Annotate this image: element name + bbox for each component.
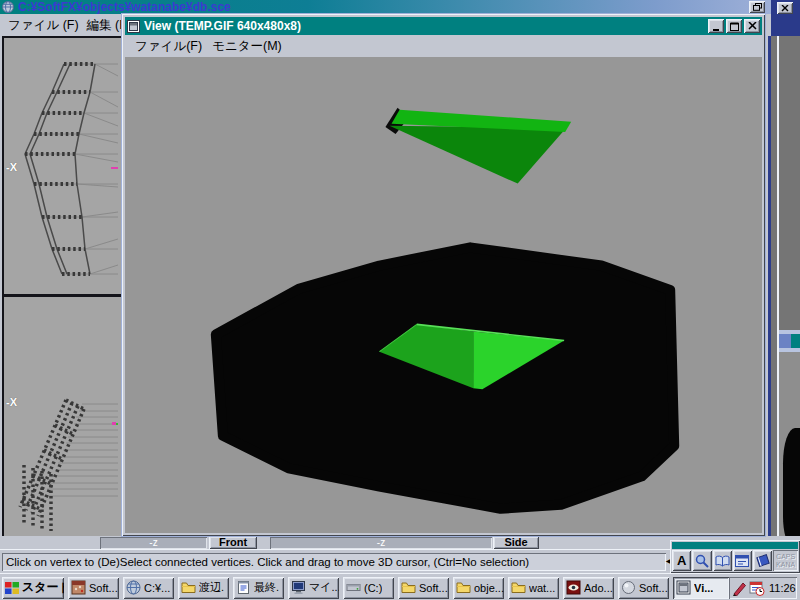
behind-window-titlebar <box>771 0 800 36</box>
folder-icon <box>456 580 471 595</box>
restore-icon <box>753 3 762 11</box>
sliver-3d-shape <box>783 428 800 546</box>
desktop: C:¥SoftFX¥objects¥watanabe¥db.sce ファイル (… <box>0 0 800 600</box>
maximize-button[interactable] <box>726 19 742 33</box>
folder-icon <box>401 580 416 595</box>
view-close-button[interactable] <box>744 19 760 33</box>
open-book-icon <box>715 555 730 567</box>
side-axis-bar[interactable]: -z <box>270 537 492 549</box>
calendar-clock-icon[interactable] <box>749 580 765 596</box>
start-label: スタート <box>22 579 64 596</box>
front-axis-z: -z <box>149 537 157 548</box>
front-3d-cursor <box>111 167 118 169</box>
taskbar-clock: 11:26 <box>769 582 796 594</box>
minimize-icon <box>712 22 721 31</box>
view-menu-monitor[interactable]: モニター(M) <box>212 38 282 55</box>
ime-help-button[interactable] <box>753 550 772 571</box>
folder-icon <box>511 580 526 595</box>
taskbar-item-my-computer[interactable]: マイ... <box>288 577 339 599</box>
view-window-title: View (TEMP.GIF 640x480x8) <box>144 19 706 33</box>
windows-logo-icon <box>5 582 19 594</box>
front-view-button[interactable]: Front <box>209 536 257 549</box>
side-axis-z: -z <box>377 537 385 548</box>
sphere-icon <box>621 580 636 595</box>
ime-caps-kana-indicator: CAPS KANA <box>773 550 798 571</box>
close-icon <box>781 5 789 12</box>
globe-icon <box>2 1 14 13</box>
taskbar-item-c-drive-window[interactable]: C:¥... <box>123 577 174 599</box>
view-window-icon <box>676 580 691 595</box>
restore-button[interactable] <box>749 1 765 13</box>
taskbar-item-watanabe2-folder[interactable]: wat... <box>508 577 559 599</box>
softfx-app-icon <box>71 580 86 595</box>
blue-book-icon <box>756 554 770 567</box>
properties-window-icon <box>735 555 749 567</box>
background-window-sliver <box>768 36 800 549</box>
system-tray: 11:26 <box>729 577 797 599</box>
ime-dictionary-button[interactable] <box>713 550 732 571</box>
ime-properties-button[interactable] <box>733 550 752 571</box>
ime-word-lookup-button[interactable] <box>692 550 711 571</box>
taskbar-item-softfx-folder[interactable]: Soft... <box>398 577 449 599</box>
taskbar-item-softfx[interactable]: Soft... <box>68 577 119 599</box>
front-axis-bar[interactable]: -z <box>100 537 207 549</box>
render-view-3d[interactable] <box>125 57 762 533</box>
minimize-button[interactable] <box>708 19 724 33</box>
main-menubar: ファイル (F) 編集 (E) <box>0 14 122 36</box>
taskbar-item-c-drive[interactable]: (C:) <box>343 577 394 599</box>
view-titlebar[interactable]: View (TEMP.GIF 640x480x8) <box>125 17 762 35</box>
front-axis-label: -X <box>6 161 17 173</box>
taskbar-item-watanabe-folder[interactable]: 渡辺. <box>178 577 229 599</box>
side-wireframe <box>4 297 118 534</box>
folder-icon <box>181 580 196 595</box>
render-scene <box>125 57 762 533</box>
main-titlebar[interactable]: C:¥SoftFX¥objects¥watanabe¥db.sce <box>0 0 771 14</box>
notepad-icon <box>236 580 251 595</box>
taskbar-item-view-active[interactable]: Vi... <box>673 577 729 599</box>
photoshop-icon <box>566 580 581 595</box>
ime-input-mode-button[interactable]: A <box>672 550 691 571</box>
status-message: Click on vertex to (De)Select connected … <box>2 553 666 571</box>
view-window: View (TEMP.GIF 640x480x8) ファイル(F) モニター <box>122 14 765 536</box>
view-menubar: ファイル(F) モニター(M) <box>125 36 762 56</box>
viewport-front[interactable]: -X <box>2 36 124 296</box>
view-window-icon <box>127 20 140 33</box>
sliver-titlebar-blue <box>779 334 791 348</box>
taskbar-item-softfx2[interactable]: Soft... <box>618 577 669 599</box>
start-button[interactable]: スタート <box>2 577 64 599</box>
caps-label: CAPS <box>773 553 798 561</box>
side-view-button[interactable]: Side <box>493 536 539 549</box>
close-button[interactable] <box>777 2 793 14</box>
view-menu-file[interactable]: ファイル(F) <box>135 38 202 55</box>
side-axis-label: -X <box>6 396 17 408</box>
menu-file[interactable]: ファイル (F) <box>8 17 79 34</box>
front-wireframe <box>4 38 118 290</box>
ime-pen-icon[interactable] <box>732 580 747 596</box>
ime-toolbar: A <box>670 540 800 573</box>
viewport-side[interactable]: -X <box>2 295 124 540</box>
taskbar-item-adobe[interactable]: Ado... <box>563 577 614 599</box>
sliver-titlebar-teal <box>791 334 800 348</box>
kana-label: KANA <box>773 561 798 569</box>
magnifier-icon <box>695 554 709 568</box>
maximize-icon <box>730 22 739 31</box>
taskbar-item-objects-folder[interactable]: obje... <box>453 577 504 599</box>
globe-icon <box>126 580 141 595</box>
taskbar-item-notepad[interactable]: 最終. <box>233 577 284 599</box>
taskbar: スタート Soft... C:¥... <box>0 573 800 600</box>
computer-icon <box>291 580 306 595</box>
ime-drag-handle[interactable] <box>672 542 798 549</box>
close-icon <box>748 22 757 30</box>
drive-icon <box>346 580 361 595</box>
main-window-title: C:¥SoftFX¥objects¥watanabe¥db.sce <box>18 1 231 14</box>
